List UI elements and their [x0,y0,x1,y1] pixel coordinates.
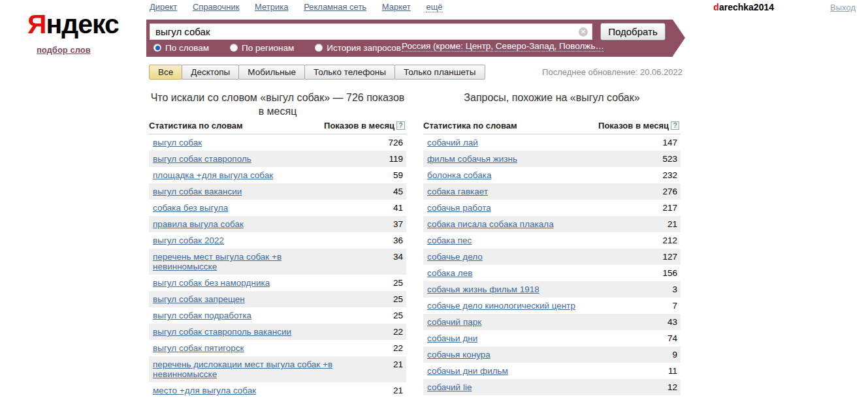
phrase-link[interactable]: собака писала собака плакала [427,219,554,229]
impressions-count: 12 [667,382,677,392]
search-input[interactable] [150,24,592,39]
table-row: болонка собака 232 [423,167,681,183]
similar-queries-table: Запросы, похожие на «выгул собак» Статис… [423,91,681,395]
phrase-link[interactable]: выгул собак ставрополь [153,154,251,164]
radio-icon [153,44,161,52]
table-row: выгул собак запрещен 25 [149,291,406,307]
logo-letters-rest: ндекс [46,9,118,39]
impressions-count: 43 [667,317,677,327]
phrase-link[interactable]: собака лев [427,268,472,278]
table-row: правила выгула собак 37 [149,216,406,232]
right-table-title: Запросы, похожие на «выгул собак» [423,91,681,119]
submit-button[interactable]: Подобрать [600,23,666,40]
phrase-link[interactable]: собачье дело [427,252,483,262]
device-tab[interactable]: Только планшеты [394,65,485,80]
table-row: собачий lie 12 [423,379,681,395]
phrase-link[interactable]: собачья работа [427,203,491,213]
device-tab[interactable]: Все [149,65,182,80]
table-row: место +для выгула собак 21 [149,382,406,398]
col-phrase-header: Статистика по словам [423,121,517,130]
clear-icon[interactable]: ✕ [579,27,588,37]
table-row: выгул собак ставрополь вакансии 22 [149,324,406,340]
right-table-header: Статистика по словам Показов в месяц ? [423,119,681,134]
col-count-header: Показов в месяц ? [324,121,405,130]
phrase-link[interactable]: выгул собак запрещен [153,294,245,304]
impressions-count: 232 [662,170,677,180]
phrase-link[interactable]: место +для выгула собак [153,386,256,395]
table-row: собачье дело 127 [423,249,681,265]
nav-link[interactable]: Справочник [193,2,240,12]
table-row: собачья жизнь фильм 1918 3 [423,281,681,298]
phrase-link[interactable]: площадка +для выгула собак [153,170,273,180]
impressions-count: 217 [662,203,677,213]
impressions-count: 36 [393,236,403,245]
impressions-count: 45 [393,187,403,196]
nav-link[interactable]: ещё [426,2,442,12]
phrase-link[interactable]: выгул собак пятигорск [153,343,244,353]
search-mode-label: По регионам [242,43,294,53]
phrase-link[interactable]: собачий lie [427,382,472,392]
nav-link[interactable]: Метрика [255,2,288,12]
phrase-link[interactable]: перечень мест выгула собак +в невинномыс… [153,252,339,271]
col-phrase-header: Статистика по словам [149,121,243,130]
phrase-link[interactable]: выгул собак вакансии [153,187,242,196]
phrase-link[interactable]: собачьи дни фильм [427,366,508,376]
impressions-count: 59 [393,170,403,180]
phrase-link[interactable]: собака пес [427,236,472,245]
left-table-header: Статистика по словам Показов в месяц ? [149,119,406,134]
table-row: выгул собак 726 [149,134,406,151]
phrase-link[interactable]: собачьи дни [427,333,477,343]
impressions-count: 25 [393,294,403,304]
impressions-count: 25 [393,278,403,288]
phrase-link[interactable]: выгул собак без намордника [153,278,270,288]
phrase-link[interactable]: выгул собак подработка [153,311,251,320]
device-tab[interactable]: Десктопы [182,65,239,80]
phrase-link[interactable]: выгул собак ставрополь вакансии [153,327,291,337]
wordstat-home-link[interactable]: подбор слов [37,45,91,55]
search-modes: По словам По регионам История запросов [153,42,422,54]
impressions-count: 147 [662,138,677,147]
search-mode-label: По словам [165,43,209,53]
phrase-link[interactable]: собака гавкает [427,187,488,196]
table-row: собачья работа 217 [423,200,681,216]
table-row: выгул собак подработка 25 [149,307,406,324]
impressions-count: 9 [672,350,677,360]
table-row: собачья конура 9 [423,346,681,363]
searched-with-word-table: Что искали со словом «выгул собак» — 726… [149,91,406,398]
phrase-link[interactable]: выгул собак [153,138,202,147]
phrase-link[interactable]: выгул собак 2022 [153,236,224,245]
region-link[interactable]: Россия (кроме: Центр, Северо-Запад, Пово… [402,41,604,52]
device-tab[interactable]: Только телефоны [304,65,395,80]
phrase-link[interactable]: фильм собачья жизнь [427,154,517,164]
table-row: собачьи дни фильм 11 [423,363,681,379]
nav-link[interactable]: Маркет [382,2,411,12]
phrase-link[interactable]: перечень дислокации мест выгула собак +в… [153,360,339,379]
table-row: собака гавкает 276 [423,183,681,200]
impressions-count: 523 [662,154,677,164]
phrase-link[interactable]: болонка собака [427,170,491,180]
impressions-count: 156 [662,268,677,278]
nav-link[interactable]: Директ [150,2,177,12]
phrase-link[interactable]: собачий парк [427,317,481,327]
phrase-link[interactable]: собачий лай [427,138,478,147]
phrase-link[interactable]: собачья жизнь фильм 1918 [427,284,539,294]
phrase-link[interactable]: правила выгула собак [153,219,244,229]
table-row: выгул собак ставрополь 119 [149,151,406,167]
username: darechka2014 [713,2,774,12]
help-icon[interactable]: ? [671,121,679,130]
search-mode-radio[interactable]: По словам [153,43,209,53]
impressions-count: 119 [389,154,403,164]
phrase-link[interactable]: собака без выгула [153,203,228,213]
device-tab[interactable]: Мобильные [238,65,305,80]
phrase-link[interactable]: собачье дело кинологический центр [427,301,575,311]
help-icon[interactable]: ? [396,121,405,130]
search-mode-radio[interactable]: История запросов [315,43,401,53]
table-row: выгул собак без намордника 25 [149,275,406,291]
right-table-rows: собачий лай 147 фильм собачья жизнь 523 … [423,134,681,395]
yandex-logo[interactable]: Яндекс [27,9,119,40]
top-nav: Директ Справочник Метрика Рекламная сеть… [150,2,456,12]
nav-link[interactable]: Рекламная сеть [304,2,366,12]
phrase-link[interactable]: собачья конура [427,350,490,360]
logout-link[interactable]: Выход [830,3,856,12]
search-mode-radio[interactable]: По регионам [230,43,294,53]
